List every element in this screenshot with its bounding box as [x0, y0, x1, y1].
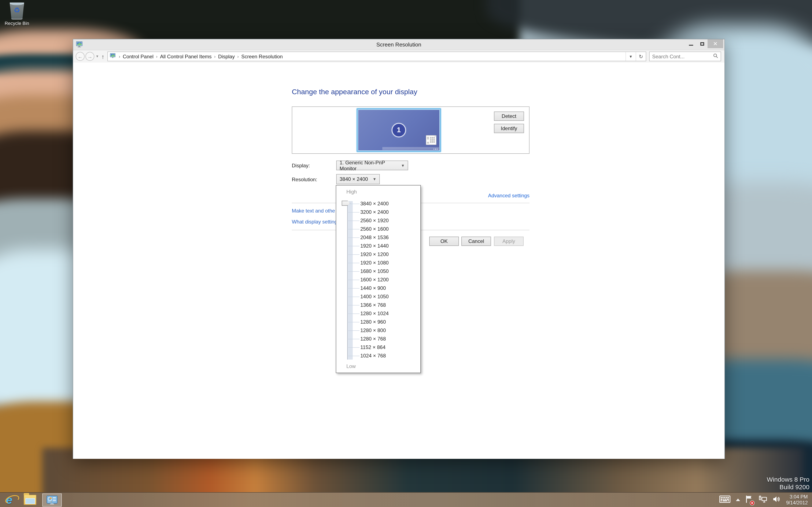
resolution-option[interactable]: 1920 × 1080	[336, 259, 420, 267]
control-panel-icon	[47, 495, 57, 504]
slider-tick	[348, 288, 359, 289]
resolution-option[interactable]: 1920 × 1200	[336, 250, 420, 259]
slider-tick	[348, 347, 359, 348]
display-dropdown[interactable]: 1. Generic Non-PnP Monitor ▼	[336, 161, 408, 170]
cancel-button[interactable]: Cancel	[461, 237, 491, 246]
resolution-option[interactable]: 1920 × 1440	[336, 242, 420, 250]
monitor-taskbar-strip	[382, 147, 439, 150]
low-label: Low	[346, 363, 356, 369]
resolution-dropdown-panel: High 3840 × 2400 3200 × 2400 2560 × 1920…	[336, 185, 421, 373]
window-content: Change the appearance of your display 1 …	[73, 62, 724, 459]
resolution-option[interactable]: 1280 × 800	[336, 326, 420, 335]
apply-button-disabled: Apply	[494, 237, 523, 246]
ok-button[interactable]: OK	[429, 237, 459, 246]
address-bar[interactable]: › Control Panel › All Control Panel Item…	[107, 52, 646, 61]
breadcrumb-separator-icon: ›	[156, 54, 158, 59]
resolution-option[interactable]: 1440 × 900	[336, 284, 420, 292]
breadcrumb-all-control-panel-items[interactable]: All Control Panel Items	[160, 53, 212, 59]
breadcrumb-separator-icon: ›	[214, 54, 216, 59]
breadcrumb-separator-icon: ›	[119, 54, 120, 59]
resolution-dropdown[interactable]: 3840 × 2400 ▼	[336, 174, 380, 184]
taskbar-clock[interactable]: 3:04 PM 9/14/2012	[786, 494, 808, 506]
page-title: Change the appearance of your display	[292, 88, 417, 96]
action-center-flag-icon[interactable]	[746, 495, 753, 505]
watermark-build: Build 9200	[767, 483, 809, 491]
address-monitor-icon	[110, 53, 115, 60]
monitor-number-badge: 1	[392, 123, 406, 137]
search-icon[interactable]	[713, 53, 718, 60]
screen-resolution-window: Screen Resolution ✕ ← → ▼ ↑ › Control Pa…	[73, 39, 725, 459]
slider-tick	[348, 280, 359, 280]
taskbar: e 3:04 PM 9/14/2012	[0, 492, 812, 507]
search-input[interactable]: Search Cont...	[649, 52, 721, 61]
slider-tick	[348, 246, 359, 246]
make-text-larger-link[interactable]: Make text and othe	[292, 208, 335, 214]
resolution-options-list: 3840 × 2400 3200 × 2400 2560 × 1920 2560…	[336, 200, 420, 360]
slider-tick	[348, 339, 359, 339]
slider-tick	[348, 255, 359, 255]
slider-tick	[348, 221, 359, 221]
resolution-option[interactable]: 2560 × 1920	[336, 216, 420, 225]
breadcrumb-control-panel[interactable]: Control Panel	[123, 53, 154, 59]
maximize-button[interactable]	[697, 39, 708, 48]
title-bar[interactable]: Screen Resolution ✕	[73, 39, 724, 50]
breadcrumb-separator-icon: ›	[237, 54, 239, 59]
up-button[interactable]: ↑	[101, 53, 104, 60]
resolution-option[interactable]: 1280 × 960	[336, 318, 420, 326]
breadcrumb-display[interactable]: Display	[218, 53, 235, 59]
touch-keyboard-icon[interactable]	[719, 495, 730, 504]
recycle-bin-icon	[10, 3, 24, 19]
back-button[interactable]: ←	[76, 52, 85, 61]
control-panel-taskbar-button-active[interactable]	[42, 493, 62, 506]
volume-icon[interactable]	[773, 495, 781, 504]
search-placeholder: Search Cont...	[652, 53, 713, 59]
resolution-option[interactable]: 2048 × 1536	[336, 233, 420, 242]
clock-date: 9/14/2012	[786, 500, 808, 506]
recycle-bin[interactable]: Recycle Bin	[3, 3, 31, 26]
show-hidden-icons-chevron-icon[interactable]	[736, 499, 740, 501]
refresh-icon[interactable]: ↻	[636, 52, 646, 61]
window-title: Screen Resolution	[73, 41, 724, 48]
file-explorer-icon[interactable]	[24, 495, 36, 505]
identify-button[interactable]: Identify	[494, 124, 524, 133]
resolution-option[interactable]: 1680 × 1050	[336, 267, 420, 276]
resolution-option[interactable]: 1600 × 1200	[336, 276, 420, 284]
resolution-option[interactable]: 1400 × 1050	[336, 292, 420, 301]
forward-button[interactable]: →	[86, 52, 94, 61]
recent-pages-chevron-icon[interactable]: ▼	[96, 55, 99, 58]
minimize-button[interactable]	[686, 39, 697, 48]
resolution-label: Resolution:	[292, 177, 317, 182]
address-dropdown-chevron-icon[interactable]: ▼	[625, 52, 636, 61]
resolution-option[interactable]: 3200 × 2400	[336, 208, 420, 216]
display-settings-help-link[interactable]: What display setting	[292, 219, 337, 225]
advanced-settings-link[interactable]: Advanced settings	[488, 193, 529, 199]
clock-time: 3:04 PM	[786, 494, 808, 500]
resolution-option[interactable]: 1024 × 768	[336, 351, 420, 360]
slider-tick	[348, 305, 359, 305]
slider-tick	[348, 356, 359, 356]
slider-tick	[348, 271, 359, 272]
slider-tick	[348, 204, 359, 204]
recycle-bin-label: Recycle Bin	[3, 21, 31, 26]
monitor-preview[interactable]: 1	[357, 108, 441, 152]
slider-tick	[348, 297, 359, 297]
resolution-option[interactable]: 1280 × 1024	[336, 309, 420, 318]
slider-tick	[348, 237, 359, 238]
monitor-window-glyph-icon	[426, 135, 437, 146]
breadcrumb-screen-resolution[interactable]: Screen Resolution	[241, 53, 283, 59]
navigation-bar: ← → ▼ ↑ › Control Panel › All Control Pa…	[73, 50, 724, 62]
slider-tick	[348, 314, 359, 314]
detect-button[interactable]: Detect	[494, 112, 524, 121]
chevron-down-icon: ▼	[372, 177, 376, 181]
slider-tick	[348, 263, 359, 263]
resolution-option[interactable]: 2560 × 1600	[336, 225, 420, 233]
desktop: Recycle Bin Windows 8 Pro Build 9200 Scr…	[0, 0, 812, 507]
close-button[interactable]: ✕	[708, 39, 723, 48]
resolution-option[interactable]: 1152 × 864	[336, 343, 420, 351]
resolution-option[interactable]: 1280 × 768	[336, 335, 420, 343]
slider-tick	[348, 330, 359, 331]
internet-explorer-icon[interactable]: e	[6, 494, 18, 506]
resolution-option[interactable]: 1366 × 768	[336, 301, 420, 309]
network-icon[interactable]	[759, 495, 767, 504]
watermark-edition: Windows 8 Pro	[767, 476, 809, 483]
